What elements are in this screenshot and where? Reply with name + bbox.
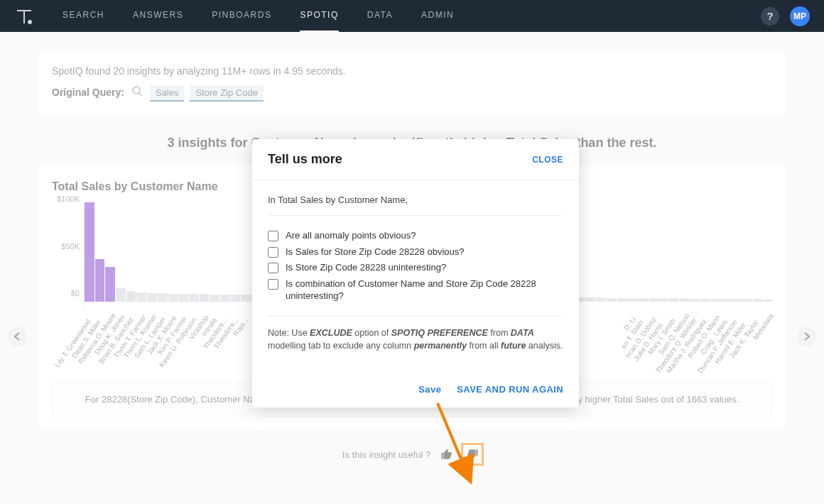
modal-lead-text: In Total Sales by Customer Name, — [268, 195, 563, 216]
feedback-modal: Tell us more CLOSE In Total Sales by Cus… — [252, 139, 579, 407]
modal-note: Note: Use EXCLUDE option of SPOTIQ PREFE… — [268, 317, 563, 354]
modal-check-label: Are all anomaly points obvious? — [286, 229, 416, 242]
modal-save-button[interactable]: Save — [418, 384, 441, 395]
nav-item-answers[interactable]: ANSWERS — [133, 0, 183, 33]
modal-check-row: Is Sales for Store Zip Code 28228 obviou… — [268, 246, 563, 258]
chart-bar[interactable] — [607, 298, 617, 302]
chart-bar[interactable] — [669, 298, 679, 302]
query-pill[interactable]: Store Zip Code — [190, 85, 263, 102]
modal-check-row: Is combination of Customer Name and Stor… — [268, 278, 563, 302]
nav-item-data[interactable]: DATA — [367, 0, 393, 33]
svg-line-4 — [139, 93, 142, 96]
query-pill[interactable]: Sales — [150, 85, 185, 102]
chart-bar[interactable] — [147, 293, 157, 302]
chart-bar[interactable] — [658, 298, 668, 302]
chart-bar[interactable] — [178, 294, 188, 302]
chart-bar[interactable] — [638, 298, 648, 302]
thumbs-down-button[interactable] — [463, 445, 482, 464]
nav-item-spotiq[interactable]: SPOTIQ — [300, 0, 338, 33]
prev-insight-button[interactable] — [7, 327, 27, 346]
search-icon — [131, 85, 143, 99]
modal-checkbox[interactable] — [268, 247, 278, 258]
chart-bar[interactable] — [585, 297, 595, 302]
chart-bar[interactable] — [168, 294, 178, 302]
summary-text: SpotIQ found 20 insights by analyzing 11… — [52, 65, 772, 77]
chart-bar[interactable] — [627, 298, 637, 302]
nav-item-search[interactable]: SEARCH — [63, 0, 104, 33]
chart-bar[interactable] — [649, 298, 658, 302]
modal-check-label: Is combination of Customer Name and Stor… — [286, 278, 563, 302]
y-axis: $0$50K$100K — [52, 207, 84, 310]
help-icon[interactable]: ? — [761, 7, 779, 26]
chart-bar[interactable] — [116, 288, 126, 302]
top-nav: SEARCHANSWERSPINBOARDSSPOTIQDATAADMIN ? … — [0, 0, 824, 32]
chart-bar[interactable] — [700, 299, 710, 302]
chart-bar[interactable] — [200, 294, 210, 302]
chart-bar[interactable] — [136, 292, 146, 302]
modal-check-label: Is Sales for Store Zip Code 28228 obviou… — [286, 246, 464, 258]
chart-bar[interactable] — [105, 267, 115, 302]
chart-bar[interactable] — [241, 295, 251, 302]
feedback-row: Is this insight useful ? — [39, 445, 785, 464]
chart-bar[interactable] — [690, 299, 700, 302]
original-query-row: Original Query: SalesStore Zip Code — [52, 85, 772, 99]
modal-checkbox[interactable] — [268, 231, 278, 241]
modal-close-button[interactable]: CLOSE — [532, 155, 563, 165]
chart-bar[interactable] — [617, 298, 627, 302]
logo-icon[interactable] — [14, 6, 34, 26]
chart-bar[interactable] — [85, 202, 94, 302]
modal-checkbox[interactable] — [268, 263, 278, 273]
chart-bar[interactable] — [126, 291, 136, 302]
y-tick: $100K — [57, 195, 80, 203]
chart-bar[interactable] — [189, 294, 199, 302]
modal-checklist: Are all anomaly points obvious?Is Sales … — [268, 216, 563, 317]
chart-bar[interactable] — [753, 299, 763, 302]
chart-bar[interactable] — [231, 295, 241, 302]
chart-bar[interactable] — [95, 259, 105, 302]
modal-save-run-button[interactable]: SAVE AND RUN AGAIN — [457, 384, 563, 395]
chart-bar[interactable] — [763, 300, 773, 302]
summary-card: SpotIQ found 20 insights by analyzing 11… — [39, 50, 785, 114]
next-insight-button[interactable] — [797, 327, 817, 346]
chart-bar[interactable] — [210, 295, 219, 302]
feedback-prompt: Is this insight useful ? — [342, 449, 430, 460]
chart-bar[interactable] — [711, 299, 721, 302]
chart-bar[interactable] — [596, 297, 606, 302]
chart-bar[interactable] — [680, 298, 690, 302]
modal-checkbox[interactable] — [268, 279, 278, 290]
chart-bar[interactable] — [722, 299, 732, 302]
svg-point-3 — [133, 87, 140, 94]
chart-bar[interactable] — [220, 295, 230, 302]
thumbs-up-button[interactable] — [438, 445, 456, 464]
y-tick: $50K — [61, 242, 80, 251]
modal-check-row: Are all anomaly points obvious? — [268, 229, 563, 242]
chart-bar[interactable] — [158, 293, 168, 302]
svg-point-2 — [28, 21, 31, 23]
chart-bar[interactable] — [742, 299, 752, 302]
modal-check-label: Is Store Zip Code 28228 uninteresting? — [286, 261, 446, 274]
original-query-label: Original Query: — [52, 87, 124, 98]
nav-item-admin[interactable]: ADMIN — [421, 0, 454, 33]
modal-title: Tell us more — [268, 152, 342, 167]
modal-check-row: Is Store Zip Code 28228 uninteresting? — [268, 261, 563, 274]
nav-item-pinboards[interactable]: PINBOARDS — [212, 0, 271, 33]
avatar[interactable]: MP — [790, 6, 810, 26]
y-tick: $0 — [71, 289, 80, 297]
chart-bar[interactable] — [732, 299, 742, 302]
